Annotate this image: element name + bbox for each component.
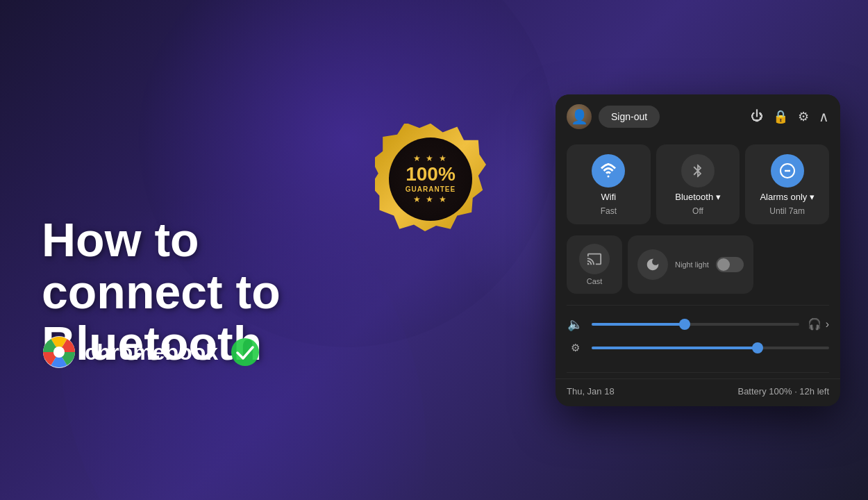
brightness-track[interactable] [592,347,829,349]
volume-thumb[interactable] [679,319,690,330]
qs-toggles-row1: Wifi Fast Bluetooth ▾ Off [556,139,840,235]
cast-toggle[interactable]: Cast [567,235,622,294]
quick-settings-panel: 👤 Sign-out ⏻ 🔒 ⚙ ∧ [556,94,840,406]
volume-fill [592,323,685,326]
qs-sliders: 🔈 🎧 › ⚙ [556,311,840,372]
divider-2 [567,372,829,373]
left-section: ★ ★ ★ 100% GUARANTEE ★ ★ ★ How to connec… [0,103,542,397]
badge-guarantee-text: GUARANTEE [406,185,456,193]
svg-point-3 [231,338,259,366]
badge-outer-ring: ★ ★ ★ 100% GUARANTEE ★ ★ ★ [375,124,486,235]
battery-status: Battery 100% · 12h left [737,386,829,397]
settings-icon[interactable]: ⚙ [798,109,809,124]
wifi-label-sub: Fast [601,206,617,216]
date-display: Thu, Jan 18 [567,386,615,397]
volume-icon: 🔈 [567,317,583,332]
dnd-toggle[interactable]: Alarms only ▾ Until 7am [745,144,829,224]
badge-shape: ★ ★ ★ 100% GUARANTEE ★ ★ ★ [375,124,486,235]
badge-stars-bottom: ★ ★ ★ [413,194,448,204]
avatar: 👤 [567,104,592,129]
right-section: 👤 Sign-out ⏻ 🔒 ⚙ ∧ [542,81,868,420]
audio-output-controls: 🎧 › [808,317,829,331]
wifi-label-main: Wifi [601,192,617,202]
brightness-thumb[interactable] [752,342,763,353]
cast-label: Cast [587,277,603,285]
qs-footer: Thu, Jan 18 Battery 100% · 12h left [556,378,840,406]
sign-out-button[interactable]: Sign-out [599,106,660,128]
brightness-icon: ⚙ [567,342,583,354]
bluetooth-label-main: Bluetooth ▾ [675,192,721,202]
wifi-toggle[interactable]: Wifi Fast [567,144,651,224]
dnd-label-sub: Until 7am [769,206,805,216]
header-icons: ⏻ 🔒 ⚙ ∧ [751,108,829,125]
bluetooth-icon [681,154,715,188]
night-light-switch[interactable] [716,257,744,272]
cast-icon [579,244,610,274]
chromebook-brand: chromebook [42,335,260,369]
svg-point-2 [53,347,65,358]
chromebook-logo-icon [42,335,76,369]
guarantee-badge: ★ ★ ★ 100% GUARANTEE ★ ★ ★ [375,124,486,235]
night-light-label: Night light [675,260,709,269]
brightness-fill [592,347,758,349]
switch-knob [717,258,730,271]
content-wrapper: ★ ★ ★ 100% GUARANTEE ★ ★ ★ How to connec… [0,0,868,500]
chevron-up-icon[interactable]: ∧ [819,108,829,125]
qs-header: 👤 Sign-out ⏻ 🔒 ⚙ ∧ [556,94,840,139]
brightness-slider-row: ⚙ [567,342,829,354]
volume-slider-row: 🔈 🎧 › [567,317,829,332]
bluetooth-toggle[interactable]: Bluetooth ▾ Off [656,144,740,224]
dnd-label-main: Alarms only ▾ [760,192,815,202]
svg-point-4 [608,175,610,177]
qs-toggles-row2: Cast Night light [556,235,840,305]
wifi-icon [592,154,625,188]
volume-track[interactable] [592,323,799,326]
badge-stars-top: ★ ★ ★ [413,153,448,163]
power-icon[interactable]: ⏻ [751,109,763,124]
night-light-icon [637,249,668,280]
bluetooth-label-sub: Off [692,206,703,216]
badge-inner: ★ ★ ★ 100% GUARANTEE ★ ★ ★ [389,138,472,221]
divider-1 [567,305,829,306]
checkmark-icon [231,338,260,367]
audio-chevron-icon[interactable]: › [826,318,829,331]
dnd-icon [771,154,804,188]
lock-icon[interactable]: 🔒 [773,109,788,124]
badge-percent: 100% [406,165,456,184]
headphone-icon: 🎧 [808,317,821,331]
chromebook-text: chromebook [85,340,218,365]
night-light-toggle[interactable]: Night light [628,235,753,294]
